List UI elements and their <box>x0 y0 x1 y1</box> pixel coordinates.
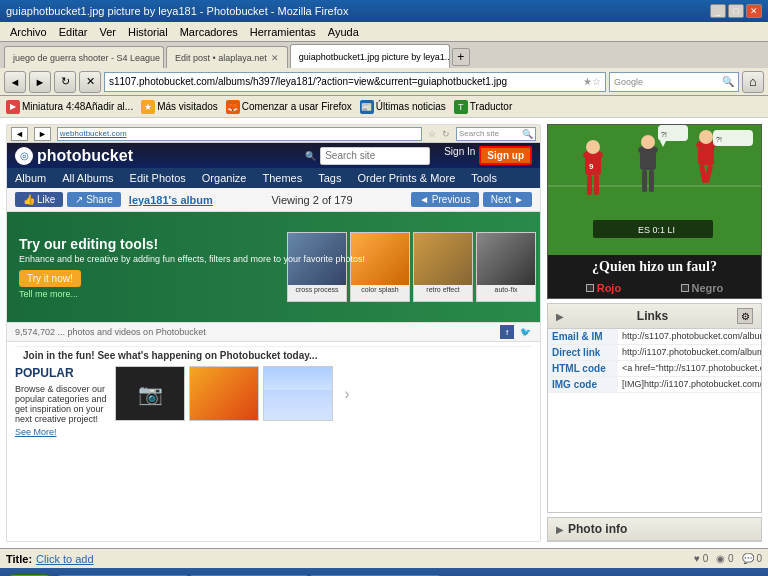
taskbar: ⊞ start 🌐 juego de guerra shooter - S4 L… <box>0 568 768 576</box>
nav-tags[interactable]: Tags <box>310 168 349 188</box>
album-title[interactable]: leya181's album <box>129 194 213 206</box>
try-now-button[interactable]: Try it now! <box>19 270 81 287</box>
nav-order-prints[interactable]: Order Prints & More <box>349 168 463 188</box>
pb-logo-text: photobucket <box>37 147 133 165</box>
nav-themes[interactable]: Themes <box>254 168 310 188</box>
bookmark-1[interactable]: ★ Más visitados <box>141 100 218 114</box>
link-value-1[interactable]: http://i1107.photobucket.com/albums/ <box>618 345 761 361</box>
nav-organize[interactable]: Organize <box>194 168 255 188</box>
link-value-3[interactable]: [IMG]http://i1107.photobucket.com/al <box>618 377 761 393</box>
answer-rojo[interactable]: Rojo <box>586 282 621 294</box>
nav-edit-photos[interactable]: Edit Photos <box>122 168 194 188</box>
menu-archivo[interactable]: Archivo <box>4 24 53 40</box>
prev-button[interactable]: ◄ Previous <box>411 192 479 207</box>
svg-rect-9 <box>640 150 656 170</box>
promo-text: Try our editing tools! Enhance and be cr… <box>7 228 377 307</box>
bookmark-label-3: Últimas noticias <box>376 101 446 112</box>
menu-ver[interactable]: Ver <box>93 24 122 40</box>
links-row-2: HTML code <a href="http://s1107.photobuc… <box>548 361 761 377</box>
album-bar: 👍 Like ↗ Share leya181's album Viewing 2… <box>7 188 540 212</box>
pb-logo[interactable]: ◎ photobucket <box>15 147 133 165</box>
menu-historial[interactable]: Historial <box>122 24 174 40</box>
address-bar[interactable]: s1107.photobucket.com/albums/h397/leya18… <box>104 72 606 92</box>
facebook-icon[interactable]: f <box>500 325 514 339</box>
soccer-svg: 9 ?! <box>548 125 761 255</box>
menu-herramientas[interactable]: Herramientas <box>244 24 322 40</box>
bookmark-label-0: Miniatura 4:48Añadir al... <box>22 101 133 112</box>
radio-negro[interactable] <box>681 284 689 292</box>
photo-info-header[interactable]: ▶ Photo info <box>548 518 761 541</box>
search-submit-icon[interactable]: 🔍 <box>722 76 734 87</box>
share-button[interactable]: ↗ Share <box>67 192 120 207</box>
soccer-question: ¿Quien hizo un faul? <box>548 255 761 279</box>
home-button[interactable]: ⌂ <box>742 71 764 93</box>
tab-2[interactable]: guiaphotbucket1.jpg picture by leya1... … <box>290 44 450 68</box>
forward-button[interactable]: ► <box>29 71 51 93</box>
title-add-link[interactable]: Click to add <box>36 553 93 565</box>
inner-address[interactable]: webhotbucket.com <box>57 127 422 141</box>
back-button[interactable]: ◄ <box>4 71 26 93</box>
pb-search-input[interactable] <box>320 147 430 165</box>
tell-more-link[interactable]: Tell me more... <box>19 289 365 299</box>
next-button[interactable]: Next ► <box>483 192 532 207</box>
tab-0[interactable]: juego de guerra shooter - S4 League ... … <box>4 46 164 68</box>
inner-star-icon[interactable]: ☆ <box>428 129 436 139</box>
answer-negro[interactable]: Negro <box>681 282 724 294</box>
popular-thumb-1[interactable]: 📷 <box>115 366 185 421</box>
pb-logo-icon: ◎ <box>15 147 33 165</box>
links-row-1: Direct link http://i1107.photobucket.com… <box>548 345 761 361</box>
minimize-button[interactable]: _ <box>710 4 726 18</box>
menu-ayuda[interactable]: Ayuda <box>322 24 365 40</box>
stop-button[interactable]: ✕ <box>79 71 101 93</box>
link-label-0: Email & IM <box>548 329 618 345</box>
retro-effect-image <box>414 233 472 285</box>
menu-marcadores[interactable]: Marcadores <box>174 24 244 40</box>
search-bar[interactable]: Google 🔍 <box>609 72 739 92</box>
links-gear-icon[interactable]: ⚙ <box>737 308 753 324</box>
inner-forward-button[interactable]: ► <box>34 127 51 141</box>
soccer-answers: Rojo Negro <box>548 279 761 297</box>
comments-stat: 💬 0 <box>742 553 762 564</box>
nav-tools[interactable]: Tools <box>463 168 505 188</box>
bookmark-2[interactable]: 🦊 Comenzar a usar Firefox <box>226 100 352 114</box>
link-value-0[interactable]: http://s1107.photobucket.com/albums/ <box>618 329 761 345</box>
pb-signin[interactable]: Sign In <box>444 146 475 165</box>
maximize-button[interactable]: □ <box>728 4 744 18</box>
popular-more[interactable]: › <box>337 366 357 421</box>
link-value-2[interactable]: <a href="http://s1107.photobucket.co <box>618 361 761 377</box>
pb-signup[interactable]: Sign up <box>479 146 532 165</box>
menu-editar[interactable]: Editar <box>53 24 94 40</box>
twitter-icon[interactable]: 🐦 <box>518 325 532 339</box>
thumb-retro[interactable]: retro effect <box>413 232 473 302</box>
inner-refresh-icon[interactable]: ↻ <box>442 129 450 139</box>
tab-bar: juego de guerra shooter - S4 League ... … <box>0 42 768 68</box>
svg-text:9: 9 <box>589 162 594 171</box>
popular-thumb-3[interactable] <box>263 366 333 421</box>
inner-nav: ◄ ► webhotbucket.com ☆ ↻ Search site 🔍 <box>7 125 540 143</box>
bookmark-4[interactable]: T Traductor <box>454 100 512 114</box>
address-bar-area: ◄ ► ↻ ✕ s1107.photobucket.com/albums/h39… <box>0 68 768 96</box>
page-area: ◄ ► webhotbucket.com ☆ ↻ Search site 🔍 ◎… <box>6 124 541 542</box>
tab-1-close[interactable]: ✕ <box>271 53 279 63</box>
nav-album[interactable]: Album <box>7 168 54 188</box>
see-more-link[interactable]: See More! <box>15 427 57 437</box>
photo-nav-buttons: ◄ Previous Next ► <box>411 192 532 207</box>
bookmark-youtube[interactable]: ▶ Miniatura 4:48Añadir al... <box>6 100 133 114</box>
close-button[interactable]: ✕ <box>746 4 762 18</box>
like-button[interactable]: 👍 Like <box>15 192 63 207</box>
popular-thumb-2[interactable] <box>189 366 259 421</box>
inner-search[interactable]: Search site 🔍 <box>456 127 536 141</box>
thumb-auto-fix[interactable]: auto-fix <box>476 232 536 302</box>
svg-text:?!: ?! <box>661 131 667 138</box>
window-title: guiaphotbucket1.jpg picture by leya181 -… <box>6 5 710 17</box>
popular-content: POPULAR Browse & discover our popular ca… <box>15 364 532 440</box>
new-tab-button[interactable]: + <box>452 48 470 66</box>
bookmark-star-icon[interactable]: ☆ <box>592 76 601 87</box>
inner-back-button[interactable]: ◄ <box>11 127 28 141</box>
tab-1[interactable]: Edit post • alaplaya.net ✕ <box>166 46 288 68</box>
nav-all-albums[interactable]: All Albums <box>54 168 121 188</box>
inner-search-icon: 🔍 <box>522 129 533 139</box>
bookmark-3[interactable]: 📰 Últimas noticias <box>360 100 446 114</box>
radio-rojo[interactable] <box>586 284 594 292</box>
reload-button[interactable]: ↻ <box>54 71 76 93</box>
